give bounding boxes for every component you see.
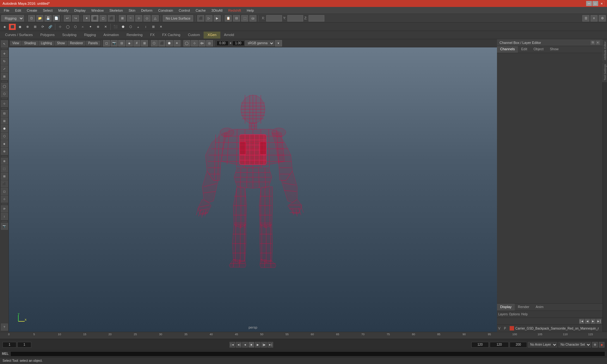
tab-sculpting[interactable]: Sculpting (58, 32, 80, 39)
menu-3dtall[interactable]: 3DtoAll (209, 8, 225, 13)
ipr-render-button[interactable]: ▶ (214, 15, 221, 21)
snap-grid-button[interactable]: ⊞ (119, 15, 126, 21)
shelf-tool-14[interactable]: ✕ (102, 24, 109, 30)
menu-skin[interactable]: Skin (126, 8, 138, 13)
tool-settings-toggle[interactable]: ⚙ (599, 15, 606, 21)
tool-settings-tab[interactable]: Tool Settings (603, 63, 607, 82)
cb-tab-object[interactable]: Object (530, 46, 547, 53)
layer-nav-prev[interactable]: ◄ (585, 319, 590, 324)
vp-grid-toggle[interactable]: # (133, 40, 140, 46)
lasso-select-button[interactable]: ◻ (100, 15, 107, 21)
undo-button[interactable]: ↩ (64, 15, 71, 21)
goto-end-button[interactable]: ►| (267, 342, 273, 348)
cb-tab-channels[interactable]: Channels (497, 46, 518, 53)
soft-select[interactable]: ◯ (1, 83, 8, 90)
vp-select-mode[interactable]: ◻ (103, 40, 110, 46)
tab-xgen[interactable]: XGen (204, 32, 220, 39)
tool-btn-1[interactable]: ⊟ (1, 110, 8, 117)
shelf-tool-10[interactable]: ⬡ (72, 24, 79, 30)
scale-tool[interactable]: ⤢ (1, 65, 8, 72)
layer-name-label[interactable]: Carrier_GSD_Backpack_Samsonite_Red_on_Ma… (515, 327, 599, 330)
menu-modify[interactable]: Modify (56, 8, 71, 13)
layer-color-swatch[interactable] (510, 326, 514, 331)
tool-btn-13[interactable]: ⟳ (1, 205, 8, 212)
play-back-button[interactable]: ◄ (242, 342, 248, 348)
save-as-button[interactable]: 📄 (53, 15, 60, 21)
vp-light[interactable]: ☀ (174, 40, 181, 46)
snap-view-button[interactable]: ◇ (144, 15, 150, 21)
timeline-ruler[interactable]: 0510152025303540455055606570758085909510… (0, 332, 607, 339)
minimize-button[interactable]: ─ (586, 1, 592, 6)
layer-nav-first[interactable]: |◄ (579, 319, 584, 324)
vp-camera-attr[interactable]: 📷 (111, 40, 118, 46)
workspace-selector[interactable]: Rigging (1, 15, 24, 21)
vp-solid[interactable]: ⬛ (158, 40, 165, 46)
layers-menu-help[interactable]: Help (521, 312, 528, 316)
snap-z-input[interactable] (309, 15, 324, 21)
layer-vp-indicator[interactable]: V (498, 327, 503, 330)
current-frame-input[interactable] (17, 342, 31, 348)
shelf-tool-1[interactable]: ◈ (1, 24, 8, 30)
sculpt[interactable]: ⬡ (1, 90, 8, 97)
shelf-tool-3[interactable]: ◉ (16, 24, 23, 30)
universal-tool[interactable]: ⊞ (1, 73, 8, 80)
move-tool[interactable]: ✛ (1, 50, 8, 57)
rotate-tool[interactable]: ↻ (1, 58, 8, 65)
gamma-opts[interactable]: ▾ (275, 40, 282, 46)
layers-menu-layers[interactable]: Layers (498, 312, 508, 316)
step-forward-button[interactable]: |▶ (261, 342, 267, 348)
tab-curves-surfaces[interactable]: Curves / Surfaces (1, 32, 36, 39)
key-options-button[interactable]: ⚙ (592, 342, 598, 348)
cb-lower-tab-render[interactable]: Render (515, 304, 532, 311)
shelf-tool-12[interactable]: ✦ (87, 24, 94, 30)
vp-hud[interactable]: ⊞ (141, 40, 148, 46)
gamma-selector[interactable]: sRGB gamma (245, 40, 274, 46)
tool-btn-8[interactable]: ⬚ (1, 165, 8, 172)
tab-rendering[interactable]: Rendering (123, 32, 146, 39)
channelbox-close-button[interactable]: ✕ (596, 40, 600, 45)
shelf-tool-16[interactable]: ⬟ (120, 24, 126, 30)
layer-nav-next[interactable]: ► (591, 319, 596, 324)
timeline-end-frame[interactable] (471, 342, 489, 348)
menu-skeleton[interactable]: Skeleton (107, 8, 126, 13)
tool-btn-4[interactable]: ⬡ (1, 133, 8, 140)
shelf-tool-13[interactable]: ⊗ (95, 24, 101, 30)
vp-ssao[interactable]: ⊹ (191, 40, 198, 46)
shelf-tool-20[interactable]: ⊞ (150, 24, 157, 30)
camera-btn[interactable]: 📷 (1, 223, 8, 230)
vp-menu-show[interactable]: Show (55, 41, 67, 46)
display-layer-button[interactable]: ⊟ (233, 15, 240, 21)
redo-button[interactable]: ↪ (72, 15, 79, 21)
shelf-tool-5[interactable]: ⊞ (32, 24, 39, 30)
cb-tab-show[interactable]: Show (547, 46, 562, 53)
cb-tab-edit[interactable]: Edit (518, 46, 530, 53)
menu-select[interactable]: Select (40, 8, 55, 13)
layers-menu-options[interactable]: Options (509, 312, 520, 316)
vp-bookmark[interactable]: ⊟ (118, 40, 125, 46)
tab-custom[interactable]: Custom (184, 32, 204, 39)
layer-nav-last[interactable]: ►| (596, 319, 601, 324)
menu-file[interactable]: File (1, 8, 12, 13)
viewport[interactable]: .wire { stroke: #cc1144; stroke-width: 0… (9, 47, 497, 332)
shelf-tool-21[interactable]: ✕ (157, 24, 164, 30)
tab-rigging[interactable]: Rigging (80, 32, 100, 39)
timeline-start-frame[interactable] (3, 342, 16, 348)
shelf-tool-4[interactable]: ⊕ (24, 24, 31, 30)
shelf-tool-9[interactable]: ◯ (64, 24, 71, 30)
render-button[interactable]: ▷ (205, 15, 212, 21)
step-back-button[interactable]: ◄| (236, 342, 242, 348)
vp-texture[interactable]: ⬟ (166, 40, 173, 46)
tool-btn-14[interactable]: ↕ (1, 213, 8, 220)
menu-deform[interactable]: Deform (138, 8, 155, 13)
menu-cache[interactable]: Cache (193, 8, 208, 13)
vp-menu-view[interactable]: View (10, 41, 21, 46)
snap-y-input[interactable] (287, 15, 303, 21)
open-scene-button[interactable]: 📁 (36, 15, 43, 21)
add-key-button[interactable]: ◆ (599, 342, 604, 348)
anim-layer-selector[interactable]: No Anim Layer (528, 342, 557, 348)
vp-value2-input[interactable] (232, 41, 244, 46)
vp-value1-input[interactable] (217, 41, 229, 46)
tool-btn-9[interactable]: ⊞ (1, 173, 8, 180)
tool-btn-12[interactable]: ⊹ (1, 196, 8, 203)
shelf-tool-19[interactable]: ↕ (142, 24, 149, 30)
